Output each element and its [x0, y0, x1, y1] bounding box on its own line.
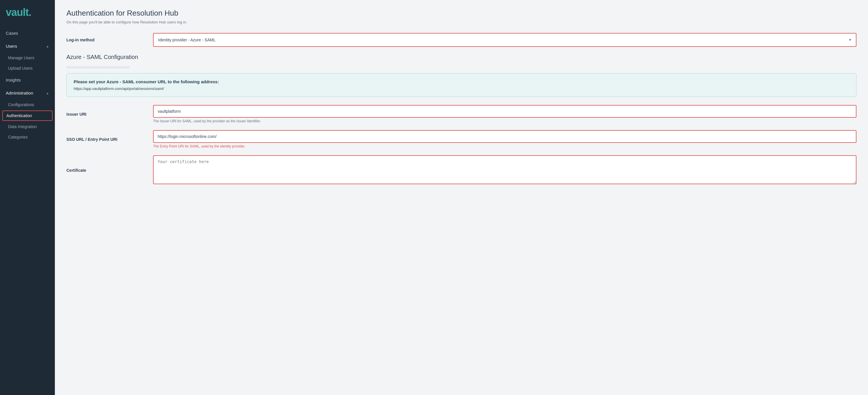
login-method-field: Identity provider - Azure - SAML Email /…	[153, 33, 857, 47]
certificate-field	[153, 155, 857, 185]
sso-url-hint: The Entry Point URI for SAML, used by th…	[153, 144, 857, 148]
sidebar-item-administration-label: Administration	[6, 90, 33, 95]
issuer-uri-row: Issuer URI The Issuer URI for SAML, used…	[66, 105, 857, 123]
logo: vault.	[0, 0, 55, 27]
login-method-row: Log-in method Identity provider - Azure …	[66, 33, 857, 47]
sidebar: vault. Cases Users ▲ Manage Users Upload…	[0, 0, 55, 395]
issuer-uri-hint: The Issuer URI for SAML, used by the pro…	[153, 119, 857, 123]
issuer-uri-label: Issuer URI	[66, 112, 153, 116]
main-content: Authentication for Resolution Hub On thi…	[55, 0, 868, 395]
sidebar-item-insights[interactable]: Insights	[0, 74, 55, 86]
sidebar-item-upload-users[interactable]: Upload Users	[0, 63, 55, 74]
chevron-up-icon: ▲	[46, 45, 49, 48]
sidebar-item-configurations[interactable]: Configurations	[0, 100, 55, 110]
thin-bar	[66, 66, 130, 68]
issuer-uri-field: The Issuer URI for SAML, used by the pro…	[153, 105, 857, 123]
certificate-row: Certificate	[66, 155, 857, 185]
saml-info-box: Please set your Azure - SAML consumer UR…	[66, 73, 857, 97]
page-subtitle: On this page you'll be able to configure…	[66, 20, 857, 24]
sso-url-label: SSO URL / Entry Point URI	[66, 137, 153, 142]
sso-url-input[interactable]	[153, 130, 857, 143]
login-method-label: Log-in method	[66, 37, 153, 42]
sidebar-item-cases-label: Cases	[6, 31, 18, 35]
info-box-url: https://app.vaultplatform.com/api/portal…	[74, 86, 849, 91]
sidebar-item-manage-users[interactable]: Manage Users	[0, 53, 55, 63]
login-method-select-wrapper[interactable]: Identity provider - Azure - SAML Email /…	[153, 33, 857, 47]
sidebar-item-administration[interactable]: Administration ▲	[0, 86, 55, 100]
chevron-up-icon-admin: ▲	[46, 91, 49, 95]
certificate-label: Certificate	[66, 168, 153, 173]
info-box-title: Please set your Azure - SAML consumer UR…	[74, 79, 849, 84]
sso-url-field: The Entry Point URI for SAML, used by th…	[153, 130, 857, 148]
login-method-select[interactable]: Identity provider - Azure - SAML Email /…	[154, 33, 856, 46]
sidebar-item-insights-label: Insights	[6, 78, 21, 82]
saml-section-title: Azure - SAML Configuration	[66, 54, 857, 60]
sidebar-item-authentication[interactable]: Authentication	[2, 110, 53, 121]
sidebar-item-users-label: Users	[6, 44, 17, 49]
sidebar-item-users[interactable]: Users ▲	[0, 39, 55, 53]
sidebar-item-data-integration[interactable]: Data Integration	[0, 121, 55, 132]
certificate-textarea[interactable]	[153, 155, 857, 184]
issuer-uri-input[interactable]	[153, 105, 857, 118]
sidebar-item-categories[interactable]: Categories	[0, 132, 55, 142]
sidebar-item-cases[interactable]: Cases	[0, 27, 55, 39]
sso-url-row: SSO URL / Entry Point URI The Entry Poin…	[66, 130, 857, 148]
page-title: Authentication for Resolution Hub	[66, 9, 857, 18]
